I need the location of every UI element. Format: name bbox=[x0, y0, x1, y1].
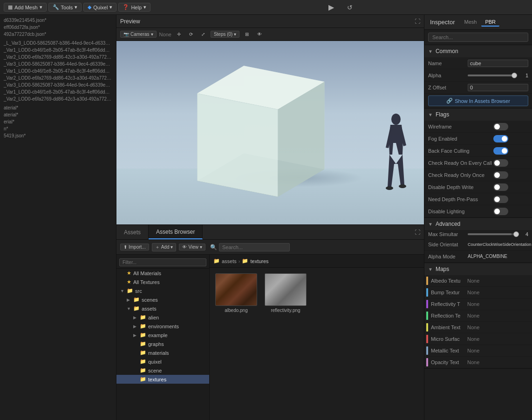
folder-icon: 📁 bbox=[140, 323, 146, 329]
camera-icon: 📷 bbox=[123, 32, 129, 37]
center-area: Preview ⛶ 📷 Cameras ▾ None ✛ ⟳ ⤢ Steps (… bbox=[116, 15, 424, 420]
folder-icon: 📁 bbox=[140, 332, 146, 338]
preview-tab-label: Preview bbox=[120, 18, 140, 25]
svg-point-0 bbox=[391, 114, 401, 125]
map-label: Micro Surfac bbox=[431, 336, 467, 342]
name-input[interactable] bbox=[468, 60, 528, 67]
tree-item[interactable]: 📁 scene bbox=[116, 366, 209, 375]
tools-button[interactable]: 🔧 Tools ▾ bbox=[48, 3, 82, 12]
flag-toggle[interactable] bbox=[493, 183, 508, 191]
asset-thumb bbox=[215, 273, 257, 306]
section-advanced-header[interactable]: ▼ Advanced bbox=[424, 218, 532, 230]
map-row: Albedo Textu None bbox=[424, 275, 532, 287]
flag-row: Need Depth Pre-Pass bbox=[424, 193, 532, 205]
rotate-button[interactable]: ⟳ bbox=[186, 31, 196, 37]
map-bar bbox=[426, 277, 428, 285]
tab-assets-browser[interactable]: Assets Browser bbox=[149, 225, 203, 239]
map-row: Reflectivity T None bbox=[424, 298, 532, 310]
flag-toggle[interactable] bbox=[493, 147, 508, 155]
map-row: Bump Textur None bbox=[424, 287, 532, 298]
tree-item[interactable]: ★ All Textures bbox=[116, 278, 209, 286]
tree-item[interactable]: ★ All Materials bbox=[116, 269, 209, 278]
cameras-button[interactable]: 📷 Cameras ▾ bbox=[120, 31, 157, 38]
asset-label: reflectivity.png bbox=[271, 308, 300, 313]
help-button[interactable]: ❓ Help ▾ bbox=[118, 3, 150, 12]
tree-item[interactable]: ▶ 📁 example bbox=[116, 331, 209, 339]
folder-icon: 📁 bbox=[140, 359, 146, 365]
import-button[interactable]: ⬆ Import... bbox=[120, 244, 149, 251]
tree-item[interactable]: 📁 materials bbox=[116, 348, 209, 357]
alpha-label: Alpha bbox=[428, 73, 468, 78]
max-sim-thumb[interactable] bbox=[513, 231, 519, 237]
tree-item[interactable]: 📁 textures bbox=[116, 375, 209, 384]
section-common-arrow: ▼ bbox=[428, 49, 433, 54]
name-label: Name bbox=[428, 61, 468, 66]
flag-row: Back Face Culling bbox=[424, 145, 532, 157]
assets-search-input[interactable] bbox=[219, 243, 290, 251]
left-panel: d6339e214545.json*eff06dd72fa.json*492a7… bbox=[0, 15, 116, 420]
prop-alpha: Alpha 1 bbox=[424, 69, 532, 81]
tree-item[interactable]: 📁 graphs bbox=[116, 339, 209, 348]
inspector-search-input[interactable] bbox=[428, 33, 528, 42]
tree-item[interactable]: ▼ 📁 src bbox=[116, 286, 209, 295]
tree-item[interactable]: ▶ 📁 scenes bbox=[116, 295, 209, 304]
assets-toolbar: ⬆ Import... ＋ Add ▾ 👁 View ▾ 🔍 bbox=[116, 240, 424, 255]
flag-toggle[interactable] bbox=[493, 196, 508, 203]
tree-item[interactable]: ▶ 📁 environments bbox=[116, 322, 209, 331]
preview-viewport[interactable] bbox=[116, 41, 424, 224]
file-item: d6339e214545.json* bbox=[0, 17, 116, 24]
file-item: erial* bbox=[0, 118, 116, 125]
asset-item[interactable]: albedo.png bbox=[215, 273, 257, 313]
map-bar bbox=[426, 312, 428, 320]
move-button[interactable]: ✛ bbox=[174, 31, 184, 37]
flag-toggle[interactable] bbox=[493, 208, 508, 215]
show-assets-button[interactable]: 🔗 Show In Assets Browser bbox=[428, 95, 528, 106]
tree-label: scenes bbox=[142, 297, 158, 303]
map-bar bbox=[426, 335, 428, 343]
eye-button[interactable]: 👁 bbox=[254, 31, 265, 37]
tree-item[interactable]: ▶ 📁 alien bbox=[116, 313, 209, 322]
play-button[interactable]: ▶ bbox=[325, 1, 338, 14]
assets-panel: Assets Assets Browser ⛶ ⬆ Import... ＋ Ad… bbox=[116, 224, 424, 420]
grid-button[interactable]: ⊞ bbox=[242, 31, 252, 37]
filter-input[interactable] bbox=[119, 258, 206, 266]
tab-mesh[interactable]: Mesh bbox=[460, 18, 480, 27]
map-label: Reflectivity T bbox=[431, 301, 467, 307]
prop-side-orient: Side Orientat CounterClockWiseSideOrient… bbox=[424, 238, 532, 251]
quixel-button[interactable]: ◆ Quixel ▾ bbox=[83, 3, 116, 12]
zoffset-input[interactable] bbox=[468, 84, 528, 91]
flag-toggle[interactable] bbox=[493, 123, 508, 130]
flag-row: Check Ready On Every Call bbox=[424, 157, 532, 169]
folder-icon: 📁 bbox=[140, 376, 146, 382]
flag-toggle[interactable] bbox=[493, 171, 508, 179]
file-item: _Var3_LOD0-58625087-b386-44ed-9ec4-d6339… bbox=[0, 61, 116, 68]
refresh-button[interactable]: ↺ bbox=[343, 1, 356, 14]
star-icon: ★ bbox=[127, 270, 131, 276]
cube-wrapper bbox=[214, 85, 307, 178]
tab-pbr[interactable]: PBR bbox=[481, 18, 499, 27]
asset-grid: albedo.png reflectivity.png bbox=[210, 268, 424, 420]
view-button[interactable]: 👁 View ▾ bbox=[179, 244, 205, 251]
steps-button[interactable]: Steps (0) ▾ bbox=[211, 31, 240, 38]
preview-expand-button[interactable]: ⛶ bbox=[415, 18, 420, 25]
flag-toggle[interactable] bbox=[493, 135, 508, 142]
tree-item[interactable]: ▼ 📁 assets bbox=[116, 304, 209, 313]
flag-toggle[interactable] bbox=[493, 159, 508, 167]
asset-item[interactable]: reflectivity.png bbox=[265, 273, 307, 313]
add-button[interactable]: ＋ Add ▾ bbox=[152, 243, 177, 251]
alpha-slider[interactable]: 1 bbox=[468, 73, 528, 78]
tree-item[interactable]: 📁 quixel bbox=[116, 357, 209, 366]
scene-content bbox=[116, 41, 424, 224]
section-common-header[interactable]: ▼ Common bbox=[424, 45, 532, 57]
alpha-thumb[interactable] bbox=[512, 73, 517, 78]
help-chevron: ▾ bbox=[143, 4, 146, 10]
add-mesh-button[interactable]: ▦ Add Mesh ▾ bbox=[4, 3, 47, 12]
map-value: None bbox=[467, 290, 479, 295]
assets-expand-button[interactable]: ⛶ bbox=[415, 229, 420, 236]
tab-assets[interactable]: Assets bbox=[116, 225, 149, 239]
scale-button[interactable]: ⤢ bbox=[198, 31, 208, 37]
section-maps-header[interactable]: ▼ Maps bbox=[424, 263, 532, 275]
max-sim-slider[interactable] bbox=[468, 233, 519, 235]
section-flags-header[interactable]: ▼ Flags bbox=[424, 108, 532, 121]
file-item: 5419.json* bbox=[0, 132, 116, 139]
